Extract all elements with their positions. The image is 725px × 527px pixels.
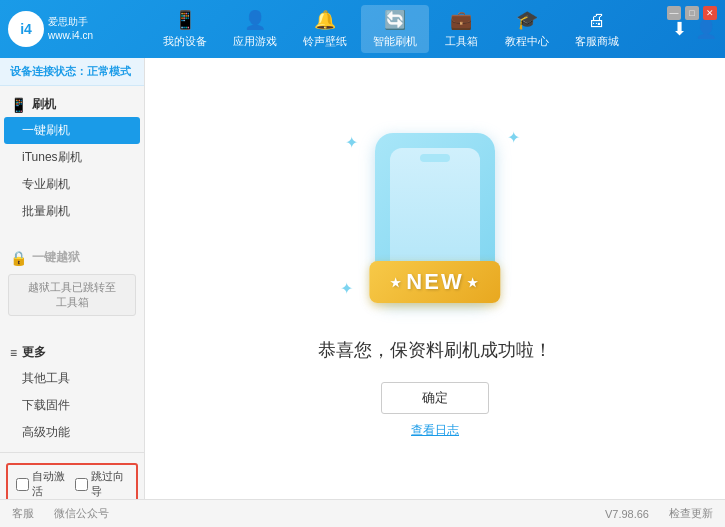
footer-check-update[interactable]: 检查更新 [669, 506, 713, 521]
more-label: 更多 [22, 344, 46, 361]
skip-guide-checkbox[interactable]: 跳过向导 [75, 469, 128, 499]
sidebar-item-advanced[interactable]: 高级功能 [0, 419, 144, 446]
my-device-icon: 📱 [174, 9, 196, 31]
checkbox-row: 自动激活 跳过向导 [6, 463, 138, 499]
tab-service[interactable]: 🖨 客服商城 [563, 5, 631, 53]
sidebar-bottom: 自动激活 跳过向导 📱 iPhone 15 Pro Max 512GB iPho… [0, 452, 144, 499]
sidebar-item-download-firmware[interactable]: 下载固件 [0, 392, 144, 419]
sidebar-status: 设备连接状态：正常模式 [0, 58, 144, 86]
success-text: 恭喜您，保资料刷机成功啦！ [318, 338, 552, 362]
window-controls: — □ ✕ [667, 6, 717, 20]
app-title: 爱思助手 [48, 15, 93, 29]
logo-text: 爱思助手 www.i4.cn [48, 15, 93, 43]
service-icon: 🖨 [588, 10, 606, 31]
jailbreak-section-header: 🔒 一键越狱 [0, 245, 144, 270]
sparkle-2-icon: ✦ [507, 128, 520, 147]
tab-toolbox-label: 工具箱 [445, 34, 478, 49]
status-value: 正常模式 [87, 65, 131, 77]
sidebar-item-batch-flash[interactable]: 批量刷机 [0, 198, 144, 225]
tab-ringtones[interactable]: 🔔 铃声壁纸 [291, 5, 359, 53]
tab-tutorial-label: 教程中心 [505, 34, 549, 49]
tab-ringtones-label: 铃声壁纸 [303, 34, 347, 49]
flash-section-icon: 📱 [10, 97, 27, 113]
auto-activate-label: 自动激活 [32, 469, 69, 499]
logo-icon: i4 [8, 11, 44, 47]
tab-smart-flash[interactable]: 🔄 智能刷机 [361, 5, 429, 53]
sidebar: 设备连接状态：正常模式 📱 刷机 一键刷机 iTunes刷机 专业刷机 批量刷机… [0, 58, 145, 499]
tab-smart-flash-label: 智能刷机 [373, 34, 417, 49]
tab-apps-label: 应用游戏 [233, 34, 277, 49]
flash-section: 📱 刷机 一键刷机 iTunes刷机 专业刷机 批量刷机 [0, 86, 144, 231]
header-right: ⬇ 👤 [672, 18, 717, 40]
tab-tutorial[interactable]: 🎓 教程中心 [493, 5, 561, 53]
status-label: 设备连接状态： [10, 65, 87, 77]
tab-apps-games[interactable]: 👤 应用游戏 [221, 5, 289, 53]
nav-tabs: 📱 我的设备 👤 应用游戏 🔔 铃声壁纸 🔄 智能刷机 💼 工具箱 🎓 [118, 5, 664, 53]
auto-activate-checkbox[interactable]: 自动激活 [16, 469, 69, 499]
success-illustration: ✦ ✦ ✦ NEW [325, 118, 545, 318]
sparkle-1-icon: ✦ [345, 133, 358, 152]
logo-area: i4 爱思助手 www.i4.cn [8, 11, 118, 47]
header: i4 爱思助手 www.i4.cn 📱 我的设备 👤 应用游戏 🔔 铃声壁纸 🔄… [0, 0, 725, 58]
toolbox-icon: 💼 [450, 9, 472, 31]
smart-flash-icon: 🔄 [384, 9, 406, 31]
flash-section-label: 刷机 [32, 96, 56, 113]
user-icon[interactable]: 👤 [695, 18, 717, 40]
view-log-button[interactable]: 查看日志 [411, 422, 459, 439]
tutorial-icon: 🎓 [516, 9, 538, 31]
auto-activate-input[interactable] [16, 478, 29, 491]
footer-wechat[interactable]: 微信公众号 [54, 506, 109, 521]
more-section: ≡ 更多 其他工具 下载固件 高级功能 [0, 334, 144, 452]
tab-my-device-label: 我的设备 [163, 34, 207, 49]
jailbreak-notice: 越狱工具已跳转至工具箱 [8, 274, 136, 316]
confirm-button[interactable]: 确定 [381, 382, 489, 414]
download-icon[interactable]: ⬇ [672, 18, 687, 40]
jailbreak-label: 一键越狱 [32, 249, 80, 266]
sidebar-item-other-tools[interactable]: 其他工具 [0, 365, 144, 392]
footer: 客服 微信公众号 V7.98.66 检查更新 [0, 499, 725, 527]
sparkle-3-icon: ✦ [340, 279, 353, 298]
ringtones-icon: 🔔 [314, 9, 336, 31]
footer-feedback[interactable]: 客服 [12, 506, 34, 521]
more-icon: ≡ [10, 346, 17, 360]
new-banner: NEW [369, 261, 500, 303]
maximize-button[interactable]: □ [685, 6, 699, 20]
sidebar-item-itunes-flash[interactable]: iTunes刷机 [0, 144, 144, 171]
tab-service-label: 客服商城 [575, 34, 619, 49]
skip-guide-input[interactable] [75, 478, 88, 491]
more-section-header: ≡ 更多 [0, 340, 144, 365]
apps-icon: 👤 [244, 9, 266, 31]
sidebar-item-pro-flash[interactable]: 专业刷机 [0, 171, 144, 198]
tab-my-device[interactable]: 📱 我的设备 [151, 5, 219, 53]
content-area: 设备连接状态：正常模式 📱 刷机 一键刷机 iTunes刷机 专业刷机 批量刷机… [0, 58, 725, 499]
close-button[interactable]: ✕ [703, 6, 717, 20]
tab-toolbox[interactable]: 💼 工具箱 [431, 5, 491, 53]
footer-version: V7.98.66 [605, 508, 649, 520]
app-subtitle: www.i4.cn [48, 29, 93, 43]
flash-section-header: 📱 刷机 [0, 92, 144, 117]
sidebar-item-one-key-flash[interactable]: 一键刷机 [4, 117, 140, 144]
phone-notch [420, 154, 450, 162]
skip-guide-label: 跳过向导 [91, 469, 128, 499]
minimize-button[interactable]: — [667, 6, 681, 20]
main-panel: ✦ ✦ ✦ NEW 恭喜您，保资料刷机成功啦！ 确定 查看日志 [145, 58, 725, 499]
jailbreak-section: 🔒 一键越狱 越狱工具已跳转至工具箱 [0, 239, 144, 326]
lock-icon: 🔒 [10, 250, 27, 266]
